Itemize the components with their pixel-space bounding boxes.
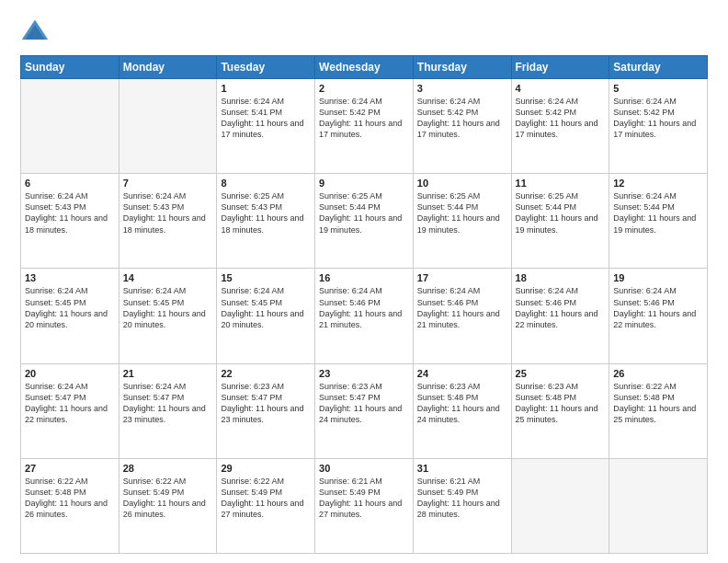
weekday-header-wednesday: Wednesday bbox=[315, 56, 414, 79]
week-row-1: 6Sunrise: 6:24 AM Sunset: 5:43 PM Daylig… bbox=[21, 174, 708, 269]
calendar-cell: 13Sunrise: 6:24 AM Sunset: 5:45 PM Dayli… bbox=[21, 269, 119, 363]
day-number: 13 bbox=[25, 272, 115, 283]
weekday-header-tuesday: Tuesday bbox=[217, 56, 315, 79]
cell-daylight-info: Sunrise: 6:24 AM Sunset: 5:45 PM Dayligh… bbox=[221, 285, 311, 330]
cell-daylight-info: Sunrise: 6:24 AM Sunset: 5:43 PM Dayligh… bbox=[25, 190, 115, 236]
logo-icon bbox=[20, 17, 50, 46]
day-number: 20 bbox=[25, 368, 115, 379]
day-number: 5 bbox=[613, 83, 703, 94]
cell-daylight-info: Sunrise: 6:24 AM Sunset: 5:42 PM Dayligh… bbox=[319, 96, 409, 141]
day-number: 23 bbox=[319, 368, 409, 379]
calendar-cell: 17Sunrise: 6:24 AM Sunset: 5:46 PM Dayli… bbox=[413, 269, 511, 363]
cell-daylight-info: Sunrise: 6:25 AM Sunset: 5:44 PM Dayligh… bbox=[516, 190, 606, 236]
cell-daylight-info: Sunrise: 6:24 AM Sunset: 5:42 PM Dayligh… bbox=[516, 96, 606, 141]
day-number: 15 bbox=[221, 272, 311, 283]
day-number: 9 bbox=[319, 178, 409, 189]
day-number: 11 bbox=[516, 178, 606, 189]
cell-daylight-info: Sunrise: 6:24 AM Sunset: 5:43 PM Dayligh… bbox=[123, 190, 213, 236]
day-number: 27 bbox=[25, 463, 115, 474]
calendar-cell: 2Sunrise: 6:24 AM Sunset: 5:42 PM Daylig… bbox=[315, 79, 414, 174]
calendar-cell: 3Sunrise: 6:24 AM Sunset: 5:42 PM Daylig… bbox=[413, 79, 511, 174]
calendar-table: SundayMondayTuesdayWednesdayThursdayFrid… bbox=[20, 55, 708, 554]
day-number: 12 bbox=[613, 178, 703, 189]
day-number: 29 bbox=[221, 463, 311, 474]
day-number: 21 bbox=[123, 368, 213, 379]
weekday-header-thursday: Thursday bbox=[413, 56, 511, 79]
calendar-cell: 11Sunrise: 6:25 AM Sunset: 5:44 PM Dayli… bbox=[511, 174, 609, 269]
cell-daylight-info: Sunrise: 6:21 AM Sunset: 5:49 PM Dayligh… bbox=[417, 476, 507, 521]
calendar-cell: 29Sunrise: 6:22 AM Sunset: 5:49 PM Dayli… bbox=[217, 458, 315, 553]
cell-daylight-info: Sunrise: 6:22 AM Sunset: 5:48 PM Dayligh… bbox=[25, 476, 115, 521]
calendar-cell: 21Sunrise: 6:24 AM Sunset: 5:47 PM Dayli… bbox=[119, 363, 217, 458]
logo bbox=[20, 17, 55, 46]
day-number: 22 bbox=[221, 368, 311, 379]
calendar-cell: 4Sunrise: 6:24 AM Sunset: 5:42 PM Daylig… bbox=[511, 79, 609, 174]
calendar-cell: 31Sunrise: 6:21 AM Sunset: 5:49 PM Dayli… bbox=[413, 458, 511, 553]
week-row-0: 1Sunrise: 6:24 AM Sunset: 5:41 PM Daylig… bbox=[21, 79, 708, 174]
calendar-cell: 1Sunrise: 6:24 AM Sunset: 5:41 PM Daylig… bbox=[217, 79, 315, 174]
day-number: 6 bbox=[25, 178, 115, 189]
calendar-cell: 12Sunrise: 6:24 AM Sunset: 5:44 PM Dayli… bbox=[609, 174, 708, 269]
cell-daylight-info: Sunrise: 6:22 AM Sunset: 5:48 PM Dayligh… bbox=[613, 381, 703, 426]
day-number: 26 bbox=[613, 368, 703, 379]
calendar-cell: 7Sunrise: 6:24 AM Sunset: 5:43 PM Daylig… bbox=[119, 174, 217, 269]
cell-daylight-info: Sunrise: 6:22 AM Sunset: 5:49 PM Dayligh… bbox=[123, 476, 213, 521]
calendar-cell: 18Sunrise: 6:24 AM Sunset: 5:46 PM Dayli… bbox=[511, 269, 609, 363]
cell-daylight-info: Sunrise: 6:23 AM Sunset: 5:47 PM Dayligh… bbox=[319, 381, 409, 426]
week-row-4: 27Sunrise: 6:22 AM Sunset: 5:48 PM Dayli… bbox=[21, 458, 708, 553]
cell-daylight-info: Sunrise: 6:25 AM Sunset: 5:44 PM Dayligh… bbox=[417, 190, 507, 236]
cell-daylight-info: Sunrise: 6:24 AM Sunset: 5:42 PM Dayligh… bbox=[417, 96, 507, 141]
calendar-cell: 6Sunrise: 6:24 AM Sunset: 5:43 PM Daylig… bbox=[21, 174, 119, 269]
calendar-cell: 16Sunrise: 6:24 AM Sunset: 5:46 PM Dayli… bbox=[315, 269, 414, 363]
day-number: 24 bbox=[417, 368, 507, 379]
cell-daylight-info: Sunrise: 6:21 AM Sunset: 5:49 PM Dayligh… bbox=[319, 476, 409, 521]
day-number: 4 bbox=[516, 83, 606, 94]
day-number: 19 bbox=[613, 272, 703, 283]
calendar-cell: 30Sunrise: 6:21 AM Sunset: 5:49 PM Dayli… bbox=[315, 458, 414, 553]
page: SundayMondayTuesdayWednesdayThursdayFrid… bbox=[0, 0, 728, 563]
calendar-cell: 24Sunrise: 6:23 AM Sunset: 5:48 PM Dayli… bbox=[413, 363, 511, 458]
weekday-header-sunday: Sunday bbox=[21, 56, 119, 79]
calendar-cell bbox=[119, 79, 217, 174]
calendar-cell: 28Sunrise: 6:22 AM Sunset: 5:49 PM Dayli… bbox=[119, 458, 217, 553]
header bbox=[20, 17, 708, 46]
day-number: 28 bbox=[123, 463, 213, 474]
calendar-cell: 27Sunrise: 6:22 AM Sunset: 5:48 PM Dayli… bbox=[21, 458, 119, 553]
day-number: 25 bbox=[516, 368, 606, 379]
day-number: 3 bbox=[417, 83, 507, 94]
day-number: 18 bbox=[516, 272, 606, 283]
cell-daylight-info: Sunrise: 6:24 AM Sunset: 5:45 PM Dayligh… bbox=[25, 285, 115, 330]
cell-daylight-info: Sunrise: 6:24 AM Sunset: 5:47 PM Dayligh… bbox=[25, 381, 115, 426]
day-number: 17 bbox=[417, 272, 507, 283]
calendar-cell: 10Sunrise: 6:25 AM Sunset: 5:44 PM Dayli… bbox=[413, 174, 511, 269]
cell-daylight-info: Sunrise: 6:25 AM Sunset: 5:44 PM Dayligh… bbox=[319, 190, 409, 236]
weekday-header-saturday: Saturday bbox=[609, 56, 708, 79]
day-number: 2 bbox=[319, 83, 409, 94]
day-number: 14 bbox=[123, 272, 213, 283]
week-row-2: 13Sunrise: 6:24 AM Sunset: 5:45 PM Dayli… bbox=[21, 269, 708, 363]
calendar-cell: 20Sunrise: 6:24 AM Sunset: 5:47 PM Dayli… bbox=[21, 363, 119, 458]
day-number: 10 bbox=[417, 178, 507, 189]
calendar-cell: 25Sunrise: 6:23 AM Sunset: 5:48 PM Dayli… bbox=[511, 363, 609, 458]
calendar-cell: 19Sunrise: 6:24 AM Sunset: 5:46 PM Dayli… bbox=[609, 269, 708, 363]
cell-daylight-info: Sunrise: 6:24 AM Sunset: 5:46 PM Dayligh… bbox=[516, 285, 606, 330]
day-number: 1 bbox=[221, 83, 311, 94]
calendar-cell bbox=[609, 458, 708, 553]
cell-daylight-info: Sunrise: 6:22 AM Sunset: 5:49 PM Dayligh… bbox=[221, 476, 311, 521]
cell-daylight-info: Sunrise: 6:25 AM Sunset: 5:43 PM Dayligh… bbox=[221, 190, 311, 236]
calendar-cell bbox=[21, 79, 119, 174]
cell-daylight-info: Sunrise: 6:23 AM Sunset: 5:48 PM Dayligh… bbox=[417, 381, 507, 426]
cell-daylight-info: Sunrise: 6:24 AM Sunset: 5:47 PM Dayligh… bbox=[123, 381, 213, 426]
cell-daylight-info: Sunrise: 6:24 AM Sunset: 5:46 PM Dayligh… bbox=[319, 285, 409, 330]
calendar-cell: 23Sunrise: 6:23 AM Sunset: 5:47 PM Dayli… bbox=[315, 363, 414, 458]
calendar-header-row: SundayMondayTuesdayWednesdayThursdayFrid… bbox=[21, 56, 708, 79]
cell-daylight-info: Sunrise: 6:24 AM Sunset: 5:45 PM Dayligh… bbox=[123, 285, 213, 330]
cell-daylight-info: Sunrise: 6:24 AM Sunset: 5:42 PM Dayligh… bbox=[613, 96, 703, 141]
calendar-cell: 14Sunrise: 6:24 AM Sunset: 5:45 PM Dayli… bbox=[119, 269, 217, 363]
calendar-cell: 22Sunrise: 6:23 AM Sunset: 5:47 PM Dayli… bbox=[217, 363, 315, 458]
calendar-cell: 15Sunrise: 6:24 AM Sunset: 5:45 PM Dayli… bbox=[217, 269, 315, 363]
calendar-cell: 9Sunrise: 6:25 AM Sunset: 5:44 PM Daylig… bbox=[315, 174, 414, 269]
weekday-header-friday: Friday bbox=[511, 56, 609, 79]
cell-daylight-info: Sunrise: 6:24 AM Sunset: 5:46 PM Dayligh… bbox=[417, 285, 507, 330]
day-number: 7 bbox=[123, 178, 213, 189]
